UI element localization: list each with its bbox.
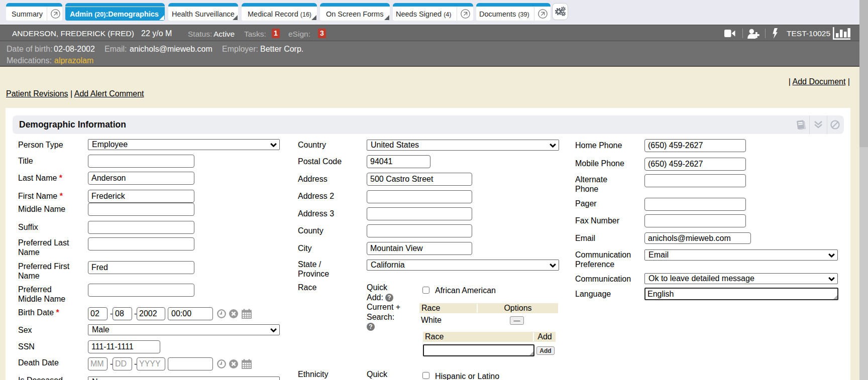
- svg-text:?: ?: [388, 294, 391, 301]
- svg-text:?: ?: [369, 323, 372, 330]
